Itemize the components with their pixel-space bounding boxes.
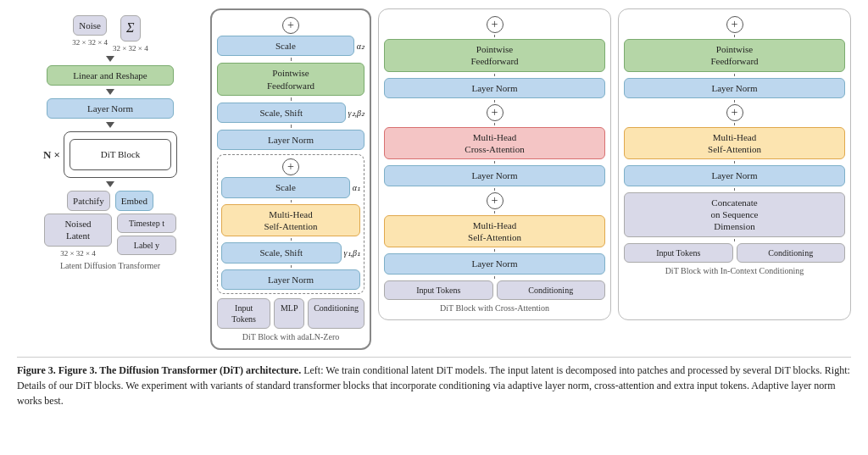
noised-latent-label: NoisedLatent bbox=[64, 219, 91, 241]
sigma-size: 32 × 32 × 4 bbox=[113, 44, 148, 53]
noised-size: 32 × 32 × 4 bbox=[60, 249, 96, 258]
scale-mid-box: Scale bbox=[221, 177, 350, 197]
pointwise-ff-box: PointwiseFeedforward bbox=[217, 63, 364, 96]
ca-ln2-label: Layer Norm bbox=[471, 170, 517, 180]
noise-box: Noise bbox=[73, 15, 107, 36]
noised-col: NoisedLatent 32 × 32 × 4 bbox=[44, 214, 112, 258]
linear-reshape-box: Linear and Reshape bbox=[47, 65, 174, 86]
noise-size: 32 × 32 × 4 bbox=[72, 38, 108, 47]
sigma-box: Σ bbox=[120, 15, 141, 42]
mid-panel-title: DiT Block with adaLN-Zero bbox=[217, 332, 364, 341]
diagram-area: Noise 32 × 32 × 4 Σ 32 × 32 × 4 Linear a… bbox=[17, 8, 851, 350]
caption-area: Figure 3. Figure 3. The Diffusion Transf… bbox=[17, 357, 851, 408]
noised-input-row: NoisedLatent 32 × 32 × 4 Timestep t Labe… bbox=[20, 214, 200, 258]
ca-self-attn-box: Multi-HeadSelf-Attention bbox=[384, 215, 605, 248]
scale-alpha2-row: Scale α₂ bbox=[217, 36, 364, 56]
ca-self-attn-label: Multi-HeadSelf-Attention bbox=[468, 220, 521, 242]
ic-input-tokens-box: Input Tokens bbox=[624, 243, 733, 263]
vline5 bbox=[291, 238, 292, 241]
nx-label: N × bbox=[43, 148, 60, 162]
ic-ln1-label: Layer Norm bbox=[711, 83, 757, 93]
label-y-label: Label y bbox=[134, 241, 159, 250]
input-tokens-box: Input Tokens bbox=[217, 298, 270, 329]
timestep-box: Timestep t bbox=[117, 214, 176, 233]
cross-attn-panel: + PointwiseFeedforward Layer Norm + Mult… bbox=[378, 8, 611, 320]
vline6 bbox=[291, 265, 292, 268]
embed-box: Embed bbox=[115, 191, 153, 211]
dit-block-box: DiT Block bbox=[70, 139, 171, 169]
layer-norm-top-box: Layer Norm bbox=[217, 130, 364, 150]
ic-ln2-label: Layer Norm bbox=[711, 170, 757, 180]
left-panel: Noise 32 × 32 × 4 Σ 32 × 32 × 4 Linear a… bbox=[17, 8, 203, 277]
plus-circle-ca1: + bbox=[487, 16, 504, 33]
ca-ff-label: PointwiseFeedforward bbox=[470, 44, 518, 66]
ic-input-tokens-label: Input Tokens bbox=[656, 248, 700, 258]
right-section: + PointwiseFeedforward Layer Norm + Mult… bbox=[378, 8, 851, 320]
gamma2-beta2-label: γ₂,β₂ bbox=[348, 108, 364, 118]
scale-shift-bot-box: Scale, Shift bbox=[221, 242, 342, 263]
label-y-box: Label y bbox=[117, 236, 176, 255]
scale-top-label: Scale bbox=[275, 41, 296, 51]
ic-ff-label: PointwiseFeedforward bbox=[710, 44, 758, 66]
layer-norm-label: Layer Norm bbox=[87, 103, 133, 114]
ic-self-attn-label: Multi-HeadSelf-Attention bbox=[708, 132, 761, 154]
conditioning-label-mid: Conditioning bbox=[314, 303, 359, 313]
figure-title: Figure 3. The Diffusion Transformer (DiT… bbox=[58, 364, 301, 376]
gamma1-beta1-label: γ₁,β₁ bbox=[344, 248, 360, 258]
nx-wrap: N × DiT Block bbox=[43, 131, 177, 177]
scale-shift-top-box: Scale, Shift bbox=[217, 103, 346, 123]
arrow-down-1 bbox=[106, 56, 114, 62]
scale-shift-gamma-row: Scale, Shift γ₂,β₂ bbox=[217, 103, 364, 123]
noised-latent-box: NoisedLatent bbox=[44, 214, 112, 247]
scale-alpha1-row: Scale α₁ bbox=[221, 177, 360, 197]
ca-conditioning-box: Conditioning bbox=[497, 280, 606, 300]
ca-input-tokens-label: Input Tokens bbox=[416, 286, 460, 295]
in-context-col: + PointwiseFeedforward Layer Norm + Mult… bbox=[624, 16, 845, 263]
vline2 bbox=[291, 97, 292, 101]
ic-conditioning-box: Conditioning bbox=[737, 243, 846, 263]
noise-label: Noise bbox=[79, 20, 101, 31]
ca-bottom-row: Input Tokens Conditioning bbox=[384, 280, 605, 300]
in-context-title: DiT Block with In-Context Conditioning bbox=[624, 266, 845, 275]
scale-top-box: Scale bbox=[217, 36, 354, 56]
noise-sigma-row: Noise 32 × 32 × 4 Σ 32 × 32 × 4 bbox=[20, 15, 200, 53]
linear-reshape-label: Linear and Reshape bbox=[73, 70, 147, 80]
plus-circle-ca3: + bbox=[487, 192, 504, 209]
vline1 bbox=[291, 58, 292, 61]
mid-col: + Scale α₂ PointwiseFeedforward Scale, S… bbox=[217, 17, 364, 329]
left-panel-title: Latent Diffusion Transformer bbox=[20, 261, 200, 270]
ic-ff-box: PointwiseFeedforward bbox=[624, 39, 845, 72]
cross-attn-title: DiT Block with Cross-Attention bbox=[384, 303, 605, 313]
ca-ff-box: PointwiseFeedforward bbox=[384, 39, 605, 72]
scale-shift-gamma1-row: Scale, Shift γ₁,β₁ bbox=[221, 242, 360, 263]
ic-concat-box: Concatenateon SequenceDimension bbox=[624, 192, 845, 237]
cross-attn-col: + PointwiseFeedforward Layer Norm + Mult… bbox=[384, 16, 605, 300]
ca-ln1-box: Layer Norm bbox=[384, 78, 605, 98]
mid-panel: + Scale α₂ PointwiseFeedforward Scale, S… bbox=[210, 8, 371, 350]
patch-embed-row: Patchify Embed bbox=[20, 191, 200, 211]
sigma-label: Σ bbox=[126, 20, 135, 35]
scale-shift-bot-label: Scale, Shift bbox=[259, 247, 303, 258]
ic-ln1-box: Layer Norm bbox=[624, 78, 845, 98]
patchify-label: Patchify bbox=[73, 196, 104, 206]
mid-bottom-row: Input Tokens MLP Conditioning bbox=[217, 298, 364, 329]
arrow-down-4 bbox=[106, 181, 114, 187]
ca-cross-attn-label: Multi-HeadCross-Attention bbox=[465, 132, 524, 154]
noise-col: Noise 32 × 32 × 4 bbox=[72, 15, 108, 53]
scale-shift-top-label: Scale, Shift bbox=[259, 108, 303, 118]
ca-ln2-box: Layer Norm bbox=[384, 165, 605, 186]
ic-conditioning-label: Conditioning bbox=[768, 248, 813, 258]
pointwise-ff-label: PointwiseFeedforward bbox=[267, 68, 314, 90]
layer-norm-bot-box: Layer Norm bbox=[221, 269, 360, 290]
ic-bottom-row: Input Tokens Conditioning bbox=[624, 243, 845, 263]
plus-circle-ic2: + bbox=[726, 104, 743, 121]
ca-ln1-label: Layer Norm bbox=[471, 83, 517, 93]
inner-dashed-section: + Scale α₁ Multi-HeadSelf-Attention bbox=[217, 154, 364, 293]
vline-ca1 bbox=[494, 35, 495, 37]
ca-ln3-label: Layer Norm bbox=[471, 258, 517, 269]
conditioning-box-mid: Conditioning bbox=[308, 298, 364, 329]
plus-circle-ic1: + bbox=[726, 16, 743, 33]
ic-concat-label: Concatenateon SequenceDimension bbox=[711, 197, 759, 232]
left-col: Noise 32 × 32 × 4 Σ 32 × 32 × 4 Linear a… bbox=[20, 15, 200, 258]
in-context-panel: + PointwiseFeedforward Layer Norm + Mult… bbox=[618, 8, 851, 320]
